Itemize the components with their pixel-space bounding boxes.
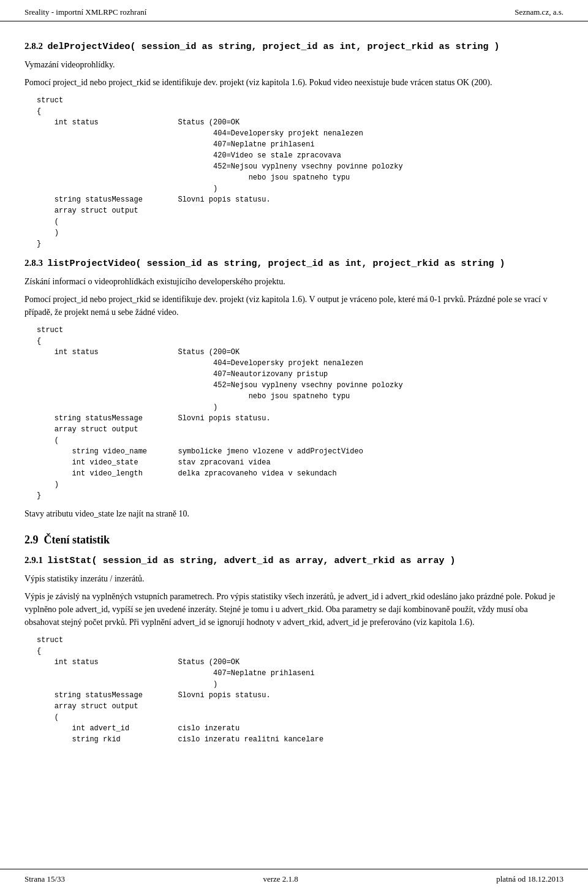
page-header: Sreality - importní XMLRPC rozhraní Sezn… xyxy=(0,0,588,21)
section-282-desc1: Vymazání videoprohlídky. xyxy=(24,58,564,71)
section-282: 2.8.2 delProjectVideo( session_id as str… xyxy=(24,41,564,249)
footer-right: platná od 18.12.2013 xyxy=(496,874,564,884)
section-283-desc2: Pomocí project_id nebo project_rkid se i… xyxy=(24,293,564,319)
section-283-struct: struct { int status Status (200=OK 404=D… xyxy=(37,325,564,501)
section-282-link[interactable]: 1.6 xyxy=(292,78,303,87)
page-content: 2.8.2 delProjectVideo( session_id as str… xyxy=(0,21,588,788)
section-282-struct: struct { int status Status (200=OK 404=D… xyxy=(37,95,564,249)
section-283-heading: 2.8.3 listProjectVideo( session_id as st… xyxy=(24,258,564,269)
section-291-desc1: Výpis statistiky inzerátu / inzerátů. xyxy=(24,572,564,585)
footer-left: Strana 15/33 xyxy=(24,874,65,884)
section-283-desc1: Získání informací o videoprohlídkách exi… xyxy=(24,275,564,288)
header-right: Seznam.cz, a.s. xyxy=(514,7,564,17)
footer-center: verze 2.1.8 xyxy=(263,874,298,884)
header-left: Sreality - importní XMLRPC rozhraní xyxy=(24,7,146,17)
section-291-struct: struct { int status Status (200=OK 407=N… xyxy=(37,635,564,745)
section-283-note: Stavy atributu video_state lze najít na … xyxy=(24,507,564,520)
section-291-heading: 2.9.1 listStat( session_id as string, ad… xyxy=(24,555,564,566)
section-282-heading: 2.8.2 delProjectVideo( session_id as str… xyxy=(24,41,564,52)
section-283-func: listProjectVideo( session_id as string, … xyxy=(48,259,505,269)
section-283: 2.8.3 listProjectVideo( session_id as st… xyxy=(24,258,564,520)
section-282-num: 2.8.2 xyxy=(24,41,48,51)
section-283-note-link[interactable]: 10 xyxy=(179,509,187,518)
section-29-title: Čtení statistik xyxy=(44,534,110,546)
section-291-num: 2.9.1 xyxy=(24,555,48,565)
section-291-link[interactable]: 1.6 xyxy=(459,618,470,627)
section-291-func: listStat( session_id as string, advert_i… xyxy=(48,556,456,566)
section-283-link[interactable]: 1.6 xyxy=(292,295,303,304)
section-283-num: 2.8.3 xyxy=(24,258,48,268)
section-29: 2.9 Čtení statistik xyxy=(24,534,564,547)
section-291: 2.9.1 listStat( session_id as string, ad… xyxy=(24,555,564,745)
section-29-num: 2.9 xyxy=(24,534,44,546)
section-291-desc2: Výpis je závislý na vyplněných vstupních… xyxy=(24,590,564,629)
page-footer: Strana 15/33 verze 2.1.8 platná od 18.12… xyxy=(0,869,588,889)
section-282-desc2: Pomocí project_id nebo project_rkid se i… xyxy=(24,76,564,89)
section-29-heading: 2.9 Čtení statistik xyxy=(24,534,564,547)
section-282-func: delProjectVideo( session_id as string, p… xyxy=(48,42,500,52)
